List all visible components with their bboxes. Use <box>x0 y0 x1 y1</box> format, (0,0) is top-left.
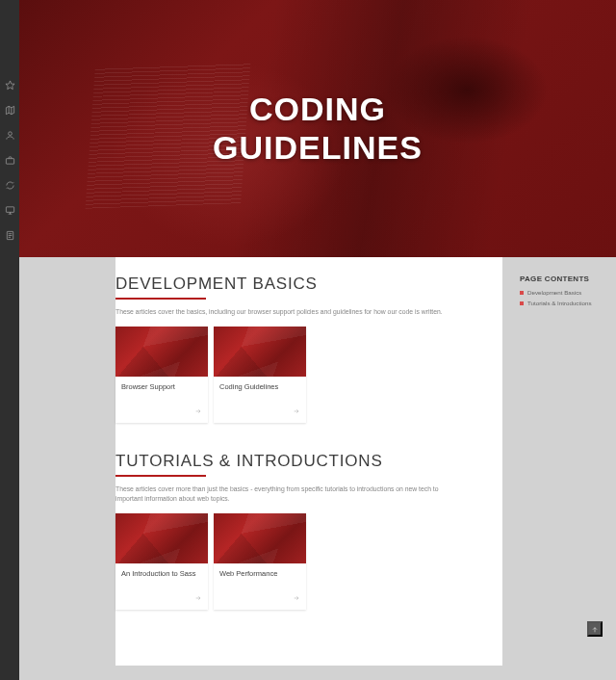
arrow-right-icon <box>194 402 202 418</box>
section-underline <box>116 475 206 477</box>
card-thumbnail <box>116 327 208 377</box>
card-coding-guidelines[interactable]: Coding Guidelines <box>214 327 306 423</box>
user-icon[interactable] <box>4 129 15 141</box>
card-title: Browser Support <box>116 377 208 400</box>
section-development-basics: DEVELOPMENT BASICS These articles cover … <box>116 275 481 423</box>
page-contents-toc: PAGE CONTENTS Development Basics Tutoria… <box>520 275 603 310</box>
sidebar-nav <box>0 0 19 680</box>
svg-point-3 <box>8 131 12 135</box>
toc-item-development-basics[interactable]: Development Basics <box>520 289 603 296</box>
section-tutorials-introductions: TUTORIALS & INTRODUCTIONS These articles… <box>116 452 481 610</box>
card-web-performance[interactable]: Web Performance <box>214 513 306 610</box>
section-underline <box>116 298 206 300</box>
footer: Home | BIGYAM.com | Admin <box>19 675 616 680</box>
page-content: DEVELOPMENT BASICS These articles cover … <box>116 257 502 666</box>
card-thumbnail <box>214 327 306 377</box>
hero: CODINGGUIDELINES <box>19 0 616 257</box>
document-icon[interactable] <box>4 229 15 241</box>
svg-rect-4 <box>6 158 13 164</box>
arrow-right-icon <box>293 402 300 418</box>
svg-rect-5 <box>6 206 13 212</box>
toc-item-label: Development Basics <box>527 289 581 296</box>
section-description: These articles cover more than just the … <box>116 484 462 504</box>
arrow-up-icon <box>591 622 599 637</box>
arrow-right-icon <box>194 588 202 605</box>
card-thumbnail <box>214 513 306 563</box>
page-title: CODINGGUIDELINES <box>213 91 423 166</box>
section-title: TUTORIALS & INTRODUCTIONS <box>116 452 481 471</box>
arrow-right-icon <box>293 588 300 605</box>
scroll-to-top-button[interactable] <box>587 621 603 637</box>
svg-marker-0 <box>5 80 13 89</box>
toc-title: PAGE CONTENTS <box>520 275 603 283</box>
card-title: An Introduction to Sass <box>116 563 208 587</box>
toc-item-tutorials-introductions[interactable]: Tutorials & Introductions <box>520 300 603 306</box>
bullet-icon <box>520 291 524 295</box>
card-row: Browser Support Coding Guidelines <box>116 327 481 423</box>
card-row: An Introduction to Sass Web Performance <box>116 513 481 610</box>
card-title: Coding Guidelines <box>214 377 306 400</box>
bullet-icon <box>520 301 524 305</box>
star-icon[interactable] <box>4 79 15 91</box>
card-title: Web Performance <box>214 563 306 587</box>
briefcase-icon[interactable] <box>4 154 15 166</box>
toc-item-label: Tutorials & Introductions <box>527 300 592 306</box>
card-intro-to-sass[interactable]: An Introduction to Sass <box>116 513 208 610</box>
card-thumbnail <box>116 513 208 563</box>
section-description: These articles cover the basics, includi… <box>116 307 462 317</box>
card-browser-support[interactable]: Browser Support <box>116 327 208 423</box>
section-title: DEVELOPMENT BASICS <box>116 275 481 294</box>
monitor-icon[interactable] <box>4 204 15 216</box>
refresh-icon[interactable] <box>4 179 15 191</box>
map-icon[interactable] <box>4 104 15 116</box>
